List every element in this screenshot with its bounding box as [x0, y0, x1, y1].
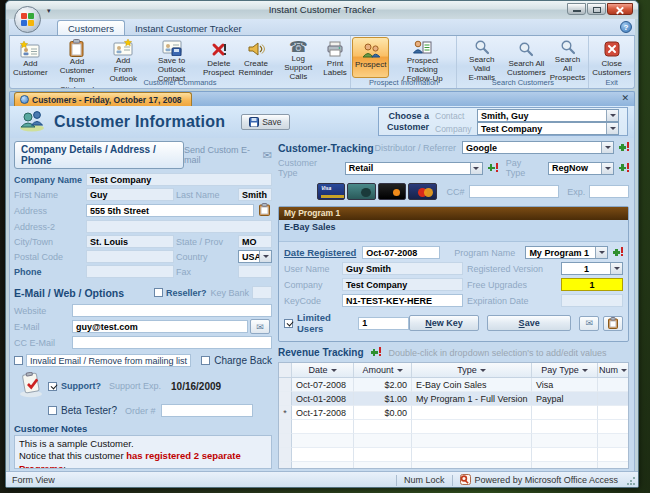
minimize-button[interactable]	[567, 3, 586, 15]
search-all-customers-button[interactable]: Search All Customers	[505, 37, 548, 78]
add-from-outlook-button[interactable]: Add From Outlook	[104, 37, 142, 78]
help-icon[interactable]: ?	[620, 21, 632, 33]
add-customer-from-clipboard-button[interactable]: Add Customer from Clipboard	[50, 37, 105, 78]
postal-code-field[interactable]	[86, 250, 174, 263]
program-name-combo[interactable]: My Program 1	[525, 246, 608, 259]
title-bar[interactable]: Instant Customer Tracker	[6, 1, 638, 19]
support-checkbox[interactable]	[48, 382, 57, 391]
free-upgrades-field[interactable]: 1	[561, 278, 623, 291]
fax-field[interactable]	[238, 265, 272, 278]
create-reminder-button[interactable]: Create Reminder	[237, 37, 276, 78]
add-customer-type-icon[interactable]	[487, 163, 498, 174]
column-header-date[interactable]: Date	[292, 363, 354, 377]
chevron-down-icon[interactable]	[595, 247, 607, 258]
paste-address-icon[interactable]	[256, 203, 272, 218]
website-field[interactable]	[72, 304, 272, 317]
add-customer-button[interactable]: Add Customer	[11, 37, 50, 78]
phone-field[interactable]	[86, 265, 174, 278]
save-button[interactable]: Save	[241, 114, 289, 130]
date-registered-field[interactable]: Oct-07-2008	[362, 246, 440, 259]
empty-row[interactable]	[279, 434, 628, 448]
email-key-button[interactable]: ✉	[579, 316, 599, 331]
close-customers-button[interactable]: Close Customers	[590, 37, 633, 78]
prospect-button[interactable]: Prospect	[352, 37, 390, 78]
office-button[interactable]	[14, 6, 41, 33]
chevron-down-icon[interactable]	[610, 263, 622, 274]
new-record-marker[interactable]: *	[279, 406, 292, 420]
customer-type-combo[interactable]: Retail	[345, 162, 483, 175]
contact-combo[interactable]: Smith, Guy	[477, 109, 619, 122]
distributor-combo[interactable]: Google	[462, 141, 614, 154]
save-to-outlook-contact-button[interactable]: Save to Outlook Contact	[142, 37, 201, 78]
print-labels-button[interactable]: Print Labels	[321, 37, 349, 78]
program-company-field[interactable]: Test Company	[342, 278, 463, 291]
chevron-down-icon[interactable]	[470, 163, 482, 174]
empty-row[interactable]	[279, 448, 628, 462]
select-all-cell[interactable]	[279, 363, 292, 377]
prospect-tracking-button[interactable]: Prospect Tracking / Follow-Up	[389, 37, 455, 78]
program-save-button[interactable]: Save	[487, 315, 571, 331]
tab-customers[interactable]: Customers	[57, 20, 125, 35]
add-pay-type-icon[interactable]	[618, 163, 629, 174]
cc-number-field[interactable]	[469, 185, 560, 198]
email-field[interactable]: guy@test.com	[72, 320, 248, 333]
column-header-type[interactable]: Type	[412, 363, 532, 377]
order-field[interactable]	[161, 404, 253, 417]
reseller-checkbox[interactable]	[154, 288, 163, 297]
add-revenue-icon[interactable]	[370, 347, 381, 358]
charge-back-checkbox[interactable]	[201, 356, 210, 365]
chevron-down-icon[interactable]	[606, 123, 618, 134]
company-details-header[interactable]: Company Details / Address / Phone	[14, 141, 184, 169]
document-close-icon[interactable]: ✕	[621, 93, 629, 103]
column-header-pay-type[interactable]: Pay Type	[532, 363, 598, 377]
support-exp-value[interactable]: 10/16/2009	[171, 381, 221, 392]
city-field[interactable]: St. Louis	[86, 235, 174, 248]
column-header-num[interactable]: Num	[598, 363, 628, 377]
beta-tester-checkbox[interactable]	[48, 406, 57, 415]
search-all-prospects-button[interactable]: Search All Prospects	[548, 37, 588, 78]
revenue-row[interactable]: Oct-01-2008 $1.00 My Program 1 - Full Ve…	[279, 392, 628, 406]
chevron-down-icon[interactable]	[601, 163, 613, 174]
tab-instant-customer-tracker[interactable]: Instant Customer Tracker	[125, 21, 252, 35]
state-field[interactable]: MO	[238, 235, 272, 248]
program-category[interactable]: E-Bay Sales	[279, 220, 628, 242]
row-selector[interactable]	[279, 392, 292, 406]
expiration-date-field[interactable]	[561, 294, 623, 307]
log-support-calls-button[interactable]: ☎ Log Support Calls	[275, 37, 321, 78]
close-button[interactable]	[607, 3, 633, 15]
invalid-email-checkbox[interactable]	[14, 356, 23, 365]
revenue-row[interactable]: Oct-07-2008 $2.00 E-Bay Coin Sales Visa	[279, 378, 628, 392]
add-distributor-icon[interactable]	[618, 142, 629, 153]
date-registered-link[interactable]: Date Registered	[284, 247, 356, 258]
company-combo[interactable]: Test Company	[477, 122, 619, 135]
send-email-button[interactable]: ✉	[250, 319, 270, 334]
column-header-amount[interactable]: Amount	[354, 363, 412, 377]
row-selector[interactable]	[279, 378, 292, 392]
chevron-down-icon[interactable]	[601, 142, 613, 153]
first-name-field[interactable]: Guy	[86, 188, 174, 201]
key-bank-field[interactable]	[252, 286, 272, 299]
quick-access-arrow-icon[interactable]: ▾	[47, 7, 51, 15]
user-name-field[interactable]: Guy Smith	[342, 262, 463, 275]
empty-row[interactable]	[279, 420, 628, 434]
pay-type-combo[interactable]: RegNow	[548, 162, 614, 175]
chevron-down-icon[interactable]	[259, 251, 271, 262]
resize-grip[interactable]	[626, 476, 636, 486]
document-tab-customers[interactable]: Customers - Friday, October 17, 2008	[14, 92, 192, 106]
cc-email-field[interactable]	[72, 336, 272, 349]
empty-row[interactable]	[279, 462, 628, 469]
cc-exp-field[interactable]	[589, 185, 629, 198]
address2-field[interactable]	[86, 220, 272, 233]
limited-users-field[interactable]: 1	[358, 317, 409, 330]
country-combo[interactable]: USA	[238, 250, 272, 263]
new-key-button[interactable]: New Key	[409, 315, 479, 331]
company-name-field[interactable]: Test Company	[86, 173, 272, 186]
revenue-row-new[interactable]: * Oct-17-2008 $0.00	[279, 406, 628, 420]
registered-version-combo[interactable]: 1	[561, 262, 623, 275]
customer-notes-field[interactable]: This is a sample Customer. Notice that t…	[14, 435, 272, 469]
copy-key-button[interactable]	[603, 316, 623, 331]
send-custom-email-link[interactable]: Send Custom E-mail ✉	[184, 145, 272, 165]
keycode-field[interactable]: N1-TEST-KEY-HERE	[342, 294, 463, 307]
limited-users-checkbox[interactable]	[284, 319, 293, 328]
add-program-icon[interactable]	[612, 247, 623, 258]
